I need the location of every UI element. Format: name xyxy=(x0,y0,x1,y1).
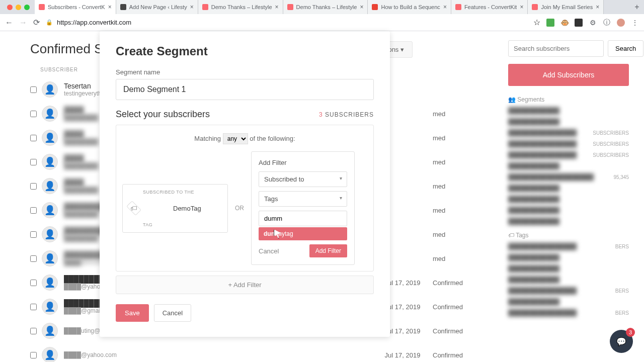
filter-target-select[interactable]: Tags xyxy=(259,191,347,207)
browser-tab[interactable]: Join My Email Series× xyxy=(528,0,604,14)
avatar-icon: 👤 xyxy=(42,347,58,362)
close-tab-icon[interactable]: × xyxy=(190,4,194,11)
row-checkbox[interactable] xyxy=(30,352,37,358)
subscriber-status: med xyxy=(433,255,483,262)
or-label: OR xyxy=(235,205,244,212)
avatar-icon: 👤 xyxy=(42,250,58,266)
browser-tab[interactable]: Demo Thanks – Lifestyle× xyxy=(198,0,283,14)
browser-tab-strip: Subscribers - ConvertK×Add New Page ‹ Li… xyxy=(0,0,644,14)
row-checkbox[interactable] xyxy=(30,304,37,310)
ext-icon-3[interactable] xyxy=(575,19,583,27)
browser-tab[interactable]: Add New Page ‹ Lifesty× xyxy=(116,0,198,14)
ext-icon-5[interactable]: ⓘ xyxy=(603,19,611,27)
create-segment-modal: Create Segment Segment name Select your … xyxy=(100,31,390,337)
browser-tab[interactable]: Subscribers - ConvertK× xyxy=(35,0,116,14)
lock-icon: 🔒 xyxy=(46,19,53,26)
popover-title: Add Filter xyxy=(259,159,347,166)
tab-title: Join My Email Series xyxy=(541,4,593,10)
matching-row: Matching any of the following: xyxy=(122,131,367,151)
close-tab-icon[interactable]: × xyxy=(596,4,599,11)
menu-icon[interactable]: ⋮ xyxy=(631,19,639,27)
row-checkbox[interactable] xyxy=(30,111,37,117)
tab-title: Subscribers - ConvertK xyxy=(48,4,105,10)
close-tab-icon[interactable]: × xyxy=(520,4,523,11)
subscriber-count: 3 SUBSCRIBERS xyxy=(319,111,374,118)
subscriber-status: med xyxy=(433,110,483,118)
tag-icon: 🏷 xyxy=(126,201,141,216)
maximize-window-icon[interactable] xyxy=(24,5,30,10)
ext-icon-2[interactable]: 🐵 xyxy=(560,19,569,27)
autocomplete-option[interactable]: dummytag xyxy=(259,227,347,240)
filter-search-input[interactable] xyxy=(259,211,347,226)
modal-title: Create Segment xyxy=(116,44,374,58)
favicon-icon xyxy=(39,4,45,10)
browser-tab[interactable]: How to Build a Sequenc× xyxy=(368,0,451,14)
row-checkbox[interactable] xyxy=(30,183,37,190)
favicon-icon xyxy=(202,4,208,10)
favicon-icon xyxy=(455,4,461,10)
tags-block: 🏷 Tags ████████████████BERS ████████████… xyxy=(508,232,629,316)
close-tab-icon[interactable]: × xyxy=(360,4,363,11)
url-field[interactable]: 🔒 https://app.convertkit.com xyxy=(46,19,527,26)
segments-block: 👥 Segments ████████████ ████████████ ███… xyxy=(508,96,629,225)
avatar-icon: 👤 xyxy=(42,130,58,146)
row-checkbox[interactable] xyxy=(30,159,37,165)
popover-add-filter-button[interactable]: Add Filter xyxy=(309,244,347,257)
minimize-window-icon[interactable] xyxy=(16,5,21,10)
row-checkbox[interactable] xyxy=(30,231,37,238)
matching-select[interactable]: any xyxy=(223,133,248,144)
browser-tab[interactable]: Demo Thanks – Lifestyle× xyxy=(283,0,368,14)
add-subscribers-button[interactable]: Add Subscribers xyxy=(508,64,629,86)
row-checkbox[interactable] xyxy=(30,328,37,334)
row-checkbox[interactable] xyxy=(30,280,37,286)
segment-name-input[interactable] xyxy=(116,79,374,100)
chat-widget[interactable]: 💬3 xyxy=(610,330,633,353)
favicon-icon xyxy=(120,4,126,10)
subscriber-status: Confirmed xyxy=(433,351,483,359)
tab-title: Features - ConvertKit xyxy=(464,4,517,10)
save-button[interactable]: Save xyxy=(116,304,149,322)
row-checkbox[interactable] xyxy=(30,255,37,262)
add-filter-bar[interactable]: + Add Filter xyxy=(116,276,374,294)
avatar-icon: 👤 xyxy=(42,299,58,315)
popover-cancel-button[interactable]: Cancel xyxy=(259,247,279,255)
nav-forward-icon[interactable]: → xyxy=(19,18,27,27)
star-icon[interactable]: ☆ xyxy=(533,18,540,27)
search-input[interactable] xyxy=(508,40,604,57)
subscriber-status: med xyxy=(433,231,483,238)
row-checkbox[interactable] xyxy=(30,135,37,141)
filter-type-select[interactable]: Subscribed to xyxy=(259,171,347,187)
row-checkbox[interactable] xyxy=(30,207,37,214)
close-tab-icon[interactable]: × xyxy=(443,4,447,11)
ext-icon-4[interactable]: ⚙ xyxy=(589,19,597,27)
profile-avatar-icon[interactable] xyxy=(617,19,625,27)
segment-name-label: Segment name xyxy=(116,68,374,76)
table-row[interactable]: 👤████@yahoo.comJul 17, 2019Confirmed xyxy=(30,343,483,362)
cancel-button[interactable]: Cancel xyxy=(154,304,191,322)
search-button[interactable]: Search xyxy=(608,40,643,57)
avatar-icon: 👤 xyxy=(42,106,58,122)
ext-icon-1[interactable] xyxy=(546,19,554,27)
avatar-icon: 👤 xyxy=(42,202,58,218)
subscriber-status: med xyxy=(433,134,483,142)
favicon-icon xyxy=(532,4,538,10)
select-subscribers-heading: Select your subscribers xyxy=(116,109,210,120)
avatar-icon: 👤 xyxy=(42,178,58,194)
right-sidebar: Search Add Subscribers 👥 Segments ██████… xyxy=(503,31,644,362)
nav-back-icon[interactable]: ← xyxy=(5,18,13,27)
reload-icon[interactable]: ⟳ xyxy=(33,18,40,27)
new-tab-button[interactable]: + xyxy=(630,0,644,14)
avatar-icon: 👤 xyxy=(42,275,58,291)
filter-container: Matching any of the following: 🏷 SUBSCRI… xyxy=(116,125,374,272)
row-checkbox[interactable] xyxy=(30,86,37,93)
close-window-icon[interactable] xyxy=(7,5,13,10)
filter-chip-demotag[interactable]: 🏷 SUBSCRIBED TO THE DemoTag TAG xyxy=(122,184,228,233)
avatar-icon: 👤 xyxy=(42,81,58,98)
subscriber-status: med xyxy=(433,158,483,166)
close-tab-icon[interactable]: × xyxy=(275,4,279,11)
address-bar: ← → ⟳ 🔒 https://app.convertkit.com ☆ 🐵 ⚙… xyxy=(0,14,644,31)
browser-tab[interactable]: Features - ConvertKit× xyxy=(451,0,528,14)
tab-title: Demo Thanks – Lifestyle xyxy=(211,4,272,10)
avatar-icon: 👤 xyxy=(42,323,58,339)
close-tab-icon[interactable]: × xyxy=(108,4,112,11)
